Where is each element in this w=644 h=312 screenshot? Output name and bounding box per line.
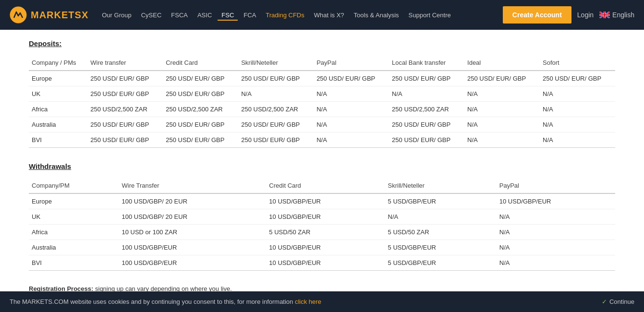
deposits-cell-0-3: 250 USD/ EUR/ GBP bbox=[238, 71, 314, 86]
deposits-row: Australia250 USD/ EUR/ GBP250 USD/ EUR/ … bbox=[29, 117, 615, 132]
withdrawals-col-company: Company/PM bbox=[29, 178, 119, 193]
deposits-col-wire: Wire transfer bbox=[87, 55, 163, 71]
deposits-cell-2-4: N/A bbox=[314, 102, 389, 117]
deposits-cell-4-6: N/A bbox=[464, 132, 540, 148]
main-content: Deposits: Company / PMs Wire transfer Cr… bbox=[0, 30, 644, 302]
deposits-cell-4-1: 250 USD/ EUR/ GBP bbox=[87, 132, 163, 148]
deposits-cell-2-7: N/A bbox=[540, 102, 615, 117]
cookie-continue-label: Continue bbox=[609, 298, 634, 302]
deposits-cell-0-5: 250 USD/ EUR/ GBP bbox=[389, 71, 464, 86]
withdrawals-row: Africa10 USD or 100 ZAR5 USD/50 ZAR5 USD… bbox=[29, 225, 615, 240]
nav-item-fca[interactable]: FCA bbox=[240, 10, 260, 21]
withdrawals-cell-1-4: N/A bbox=[497, 209, 615, 225]
deposits-cell-3-5: 250 USD/ EUR/ GBP bbox=[389, 117, 464, 132]
withdrawals-cell-3-3: 5 USD/GBP/EUR bbox=[385, 240, 497, 255]
nav-item-cysec[interactable]: CySEC bbox=[137, 10, 166, 21]
withdrawals-cell-4-0: BVI bbox=[29, 255, 119, 271]
withdrawals-cell-1-2: 10 USD/GBP/EUR bbox=[266, 209, 385, 225]
deposits-cell-1-0: UK bbox=[29, 86, 87, 102]
nav-item-fsca[interactable]: FSCA bbox=[167, 10, 192, 21]
deposits-cell-2-3: 250 USD/2,500 ZAR bbox=[238, 102, 314, 117]
language-label: English bbox=[612, 11, 634, 19]
deposits-row: BVI250 USD/ EUR/ GBP250 USD/ EUR/ GBP250… bbox=[29, 132, 615, 148]
deposits-row: Europe250 USD/ EUR/ GBP250 USD/ EUR/ GBP… bbox=[29, 71, 615, 86]
deposits-cell-3-7: N/A bbox=[540, 117, 615, 132]
deposits-cell-3-4: N/A bbox=[314, 117, 389, 132]
withdrawals-row: UK100 USD/GBP/ 20 EUR10 USD/GBP/EURN/AN/… bbox=[29, 209, 615, 225]
nav-item-asic[interactable]: ASIC bbox=[194, 10, 216, 21]
nav-item-support-centre[interactable]: Support Centre bbox=[405, 10, 455, 21]
withdrawals-col-paypal: PayPal bbox=[497, 178, 615, 193]
cookie-link[interactable]: click here bbox=[295, 298, 321, 302]
deposits-cell-2-1: 250 USD/2,500 ZAR bbox=[87, 102, 163, 117]
deposits-cell-1-2: 250 USD/ EUR/ GBP bbox=[163, 86, 238, 102]
deposits-title: Deposits: bbox=[29, 39, 615, 48]
deposits-cell-4-2: 250 USD/ EUR/ GBP bbox=[163, 132, 238, 148]
deposits-cell-0-0: Europe bbox=[29, 71, 87, 86]
flag-icon bbox=[599, 12, 610, 18]
deposits-row: Africa250 USD/2,500 ZAR250 USD/2,500 ZAR… bbox=[29, 102, 615, 117]
withdrawals-title: Withdrawals bbox=[29, 162, 615, 170]
nav-links: Our Group CySEC FSCA ASIC FSC FCA Tradin… bbox=[98, 10, 503, 21]
deposits-cell-1-4: N/A bbox=[314, 86, 389, 102]
withdrawals-header-row: Company/PM Wire Transfer Credit Card Skr… bbox=[29, 178, 615, 193]
logo-text: MARKETSX bbox=[31, 10, 88, 21]
nav-item-what-is-x[interactable]: What is X? bbox=[310, 10, 348, 21]
logo-text-main: MARKETS bbox=[31, 10, 82, 20]
deposits-cell-1-7: N/A bbox=[540, 86, 615, 102]
withdrawals-cell-0-0: Europe bbox=[29, 193, 119, 209]
deposits-cell-3-6: N/A bbox=[464, 117, 540, 132]
withdrawals-cell-1-1: 100 USD/GBP/ 20 EUR bbox=[119, 209, 266, 225]
withdrawals-cell-2-0: Africa bbox=[29, 225, 119, 240]
language-selector[interactable]: English bbox=[599, 11, 634, 19]
withdrawals-cell-3-0: Australia bbox=[29, 240, 119, 255]
deposits-table: Company / PMs Wire transfer Credit Card … bbox=[29, 55, 615, 148]
withdrawals-cell-1-3: N/A bbox=[385, 209, 497, 225]
withdrawals-col-wire: Wire Transfer bbox=[119, 178, 266, 193]
deposits-cell-2-5: 250 USD/2,500 ZAR bbox=[389, 102, 464, 117]
withdrawals-cell-3-2: 10 USD/GBP/EUR bbox=[266, 240, 385, 255]
deposits-cell-2-6: N/A bbox=[464, 102, 540, 117]
withdrawals-cell-4-3: 5 USD/GBP/EUR bbox=[385, 255, 497, 271]
withdrawals-cell-0-4: 10 USD/GBP/EUR bbox=[497, 193, 615, 209]
deposits-section: Deposits: Company / PMs Wire transfer Cr… bbox=[29, 39, 615, 148]
create-account-button[interactable]: Create Account bbox=[503, 6, 571, 24]
deposits-col-localbank: Local Bank transfer bbox=[389, 55, 464, 71]
cookie-text: The MARKETS.COM website uses cookies and… bbox=[10, 298, 597, 302]
deposits-cell-1-3: N/A bbox=[238, 86, 314, 102]
withdrawals-col-skrill: Skrill/Neteller bbox=[385, 178, 497, 193]
nav-item-our-group[interactable]: Our Group bbox=[98, 10, 135, 21]
withdrawals-cell-3-1: 100 USD/GBP/EUR bbox=[119, 240, 266, 255]
deposits-cell-3-0: Australia bbox=[29, 117, 87, 132]
nav-item-fsc[interactable]: FSC bbox=[218, 10, 238, 21]
logo[interactable]: MARKETSX bbox=[10, 6, 88, 24]
withdrawals-cell-0-3: 5 USD/GBP/EUR bbox=[385, 193, 497, 209]
deposits-col-sofort: Sofort bbox=[540, 55, 615, 71]
deposits-cell-1-1: 250 USD/ EUR/ GBP bbox=[87, 86, 163, 102]
deposits-row: UK250 USD/ EUR/ GBP250 USD/ EUR/ GBPN/AN… bbox=[29, 86, 615, 102]
cookie-bar: The MARKETS.COM website uses cookies and… bbox=[0, 291, 644, 302]
withdrawals-cell-2-1: 10 USD or 100 ZAR bbox=[119, 225, 266, 240]
navbar: MARKETSX Our Group CySEC FSCA ASIC FSC F… bbox=[0, 0, 644, 30]
deposits-cell-3-2: 250 USD/ EUR/ GBP bbox=[163, 117, 238, 132]
deposits-cell-3-3: 250 USD/ EUR/ GBP bbox=[238, 117, 314, 132]
withdrawals-cell-1-0: UK bbox=[29, 209, 119, 225]
withdrawals-cell-0-1: 100 USD/GBP/ 20 EUR bbox=[119, 193, 266, 209]
nav-item-tools-analysis[interactable]: Tools & Analysis bbox=[350, 10, 403, 21]
cookie-continue-button[interactable]: ✓ Continue bbox=[602, 298, 634, 302]
deposits-cell-3-1: 250 USD/ EUR/ GBP bbox=[87, 117, 163, 132]
nav-item-trading-cfds[interactable]: Trading CFDs bbox=[262, 10, 308, 21]
withdrawals-section: Withdrawals Company/PM Wire Transfer Cre… bbox=[29, 162, 615, 271]
deposits-col-ideal: Ideal bbox=[464, 55, 540, 71]
login-button[interactable]: Login bbox=[577, 11, 594, 19]
deposits-cell-0-6: 250 USD/ EUR/ GBP bbox=[464, 71, 540, 86]
cookie-message: The MARKETS.COM website uses cookies and… bbox=[10, 298, 293, 302]
logo-text-x: X bbox=[82, 10, 88, 20]
withdrawals-cell-2-2: 5 USD/50 ZAR bbox=[266, 225, 385, 240]
withdrawals-row: Europe100 USD/GBP/ 20 EUR10 USD/GBP/EUR5… bbox=[29, 193, 615, 209]
withdrawals-cell-4-4: N/A bbox=[497, 255, 615, 271]
withdrawals-cell-2-3: 5 USD/50 ZAR bbox=[385, 225, 497, 240]
deposits-cell-2-2: 250 USD/2,500 ZAR bbox=[163, 102, 238, 117]
deposits-cell-4-0: BVI bbox=[29, 132, 87, 148]
deposits-cell-1-5: N/A bbox=[389, 86, 464, 102]
